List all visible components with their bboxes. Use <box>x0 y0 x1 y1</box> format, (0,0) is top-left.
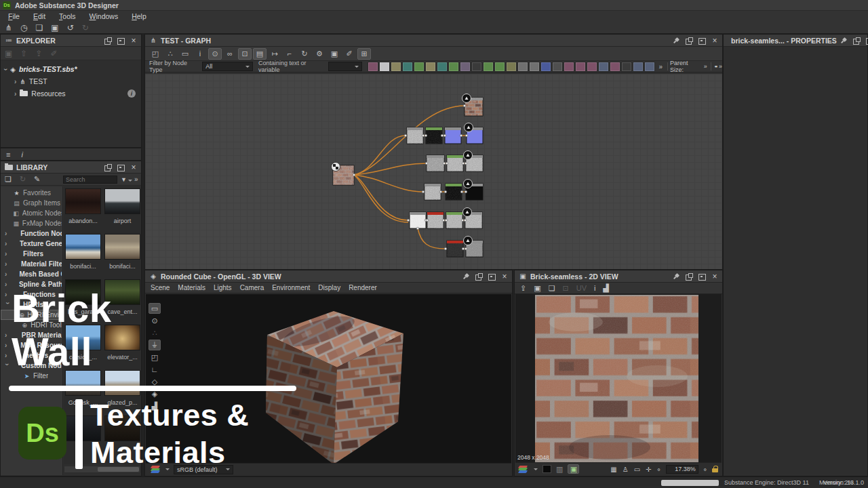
bitmap-node[interactable] <box>368 62 378 72</box>
graph-node-source[interactable] <box>332 163 355 186</box>
save-icon[interactable]: ▣ <box>5 49 12 58</box>
screenshot-icon[interactable]: ⏚ <box>149 340 161 350</box>
library-category[interactable]: › Mesh Based Gen... <box>1 269 62 279</box>
loupe-icon[interactable]: ⊙ <box>208 48 222 60</box>
node-finder-icon[interactable]: ⊡ <box>238 48 252 60</box>
color-profile-icon[interactable] <box>519 466 528 473</box>
pin-icon[interactable] <box>673 37 679 44</box>
float-icon[interactable] <box>104 37 111 44</box>
frame-icon[interactable]: ▭ <box>634 466 640 473</box>
save-icon[interactable]: ▣ <box>51 23 58 33</box>
pattern-2-node[interactable] <box>644 62 655 72</box>
library-thumbnail[interactable]: elevator_... <box>104 325 140 361</box>
frame-all-icon[interactable]: ◰ <box>149 48 162 60</box>
containing-select[interactable] <box>328 62 362 71</box>
pan-icon[interactable]: ✛ <box>646 466 651 473</box>
redo-icon[interactable]: ↻ <box>82 23 89 33</box>
view3d-menu-item[interactable]: Display <box>318 284 349 291</box>
view3d-menu-item[interactable]: Materials <box>178 284 214 291</box>
filter-icon[interactable]: ▼ <box>121 176 132 183</box>
menu-item[interactable]: Windows <box>83 12 125 20</box>
channel-shuffle-node[interactable] <box>402 62 413 72</box>
float-icon[interactable] <box>686 273 692 280</box>
export-image-icon[interactable]: ⇪ <box>520 284 526 293</box>
parent-size-overflow-icon[interactable]: » <box>704 63 707 70</box>
export-icon[interactable]: ⇪ <box>35 49 42 58</box>
compact-material-icon[interactable]: ▤ <box>253 48 267 60</box>
screenshot-icon[interactable]: ▭ <box>178 48 192 60</box>
clean-graph-icon[interactable]: ✐ <box>342 48 356 60</box>
info-icon[interactable]: i <box>193 48 207 60</box>
tree-row-root[interactable]: › ◈ bricks-TEST.sbs* <box>1 63 141 75</box>
info-icon[interactable]: i <box>21 150 22 159</box>
lock-zoom-icon[interactable] <box>712 466 718 472</box>
view3d-menu-item[interactable]: Scene <box>151 284 178 291</box>
view3d-menu-item[interactable]: Environment <box>272 284 318 291</box>
new-library-folder-icon[interactable]: ❏ <box>5 175 12 184</box>
library-overflow-icon[interactable]: » <box>134 176 138 183</box>
open-recent-icon[interactable]: ◷ <box>20 23 27 33</box>
graph-canvas[interactable] <box>145 74 722 269</box>
view3d-menu-item[interactable]: Lights <box>214 284 240 291</box>
mannequin-icon[interactable]: ♙ <box>623 466 629 473</box>
gradient-map-node[interactable] <box>506 62 517 72</box>
text-node[interactable] <box>587 62 597 72</box>
maximize-icon[interactable] <box>698 37 705 44</box>
menu-item[interactable]: Tools <box>52 12 83 20</box>
view3d-menu-item[interactable]: Renderer <box>349 284 385 291</box>
library-thumbnail[interactable]: bonifaci... <box>65 234 101 270</box>
fill-node[interactable] <box>610 62 620 72</box>
node-graph[interactable] <box>145 74 722 269</box>
tools-icon[interactable]: ⚙ <box>313 48 326 60</box>
view3d-menu-item[interactable]: Camera <box>240 284 273 291</box>
ambient-occlusion-node[interactable] <box>517 62 528 72</box>
tiling-icon[interactable]: ▥ <box>556 465 563 474</box>
library-thumbnail[interactable]: airport <box>104 188 140 225</box>
menu-item[interactable]: Edit <box>26 12 52 20</box>
background-swatch[interactable] <box>542 465 551 473</box>
filtering-icon[interactable]: ▣ <box>568 464 579 474</box>
histogram-icon[interactable]: ▟ <box>603 284 608 293</box>
levels-node[interactable] <box>494 62 505 72</box>
link-visibility-icon[interactable]: ∞ <box>223 48 237 60</box>
info-icon[interactable]: i <box>594 284 595 292</box>
zoom-in-icon[interactable]: ∘ <box>703 466 707 473</box>
maximize-icon[interactable] <box>117 164 124 171</box>
publish-icon[interactable]: ⇧ <box>20 49 27 58</box>
structure-icon[interactable]: ≡ <box>6 150 10 159</box>
close-icon[interactable]: × <box>130 37 137 44</box>
pin-icon[interactable] <box>840 37 847 44</box>
gradient-dynamic-node[interactable] <box>448 62 459 72</box>
grid-icon[interactable]: ▦ <box>610 466 616 473</box>
rotate-links-icon[interactable]: ↻ <box>298 48 311 60</box>
undo-icon[interactable]: ↺ <box>67 23 74 33</box>
thumbnail-display-icon[interactable]: ▣ <box>328 48 341 60</box>
library-category[interactable]: › Material Filters <box>1 259 62 269</box>
axes-icon[interactable]: ∟ <box>149 364 161 375</box>
quantize-node[interactable] <box>552 62 563 72</box>
camera-mode-icon[interactable]: ▭ <box>149 303 161 314</box>
library-category[interactable]: › Filters <box>1 249 62 259</box>
close-icon[interactable]: × <box>711 273 718 280</box>
tree-row-resources[interactable]: › Resources i <box>1 87 141 100</box>
library-category[interactable]: › Texture Generat... <box>1 239 62 249</box>
node-size-icon[interactable]: ▪▪ <box>715 63 716 70</box>
normal-node[interactable] <box>540 62 551 72</box>
library-category[interactable]: ▦ FxMap Nodes <box>1 218 62 228</box>
library-category[interactable]: ▤ Graph Items <box>1 198 62 208</box>
menu-item[interactable]: File <box>1 12 26 20</box>
snap-icon[interactable]: ∴ <box>163 48 177 60</box>
maximize-icon[interactable] <box>117 37 124 44</box>
chevron-down-icon[interactable]: › <box>2 68 9 70</box>
close-icon[interactable]: × <box>130 164 137 171</box>
new-substance-icon[interactable]: ⋔ <box>5 23 12 33</box>
chips-overflow-icon[interactable]: » <box>658 63 663 70</box>
maximize-icon[interactable] <box>488 273 495 280</box>
library-category[interactable]: ★ Favorites <box>1 188 62 198</box>
blur-node[interactable] <box>391 62 401 72</box>
splatter-node[interactable] <box>598 62 609 72</box>
maximize-icon[interactable] <box>698 273 705 280</box>
float-icon[interactable] <box>104 164 111 171</box>
close-icon[interactable]: × <box>501 273 508 280</box>
blend-node[interactable] <box>379 62 390 72</box>
